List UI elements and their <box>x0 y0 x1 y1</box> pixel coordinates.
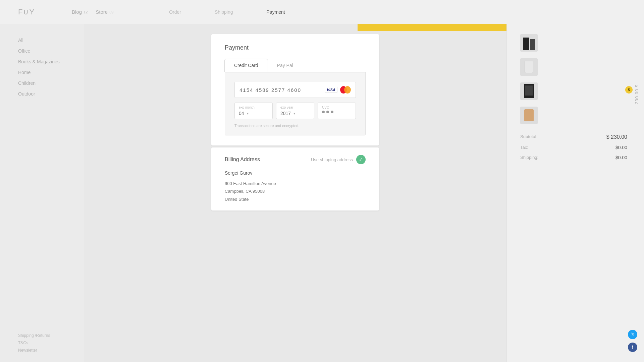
blog-nav-link[interactable]: Blog 12 <box>72 9 88 15</box>
footer-newsletter[interactable]: Newsletter <box>18 348 69 353</box>
tax-row: Tax: $0.00 <box>520 145 627 150</box>
cvc-dot-2 <box>326 111 329 113</box>
tax-label: Tax: <box>520 145 528 150</box>
billing-country: United State <box>225 195 366 203</box>
main-content: Payment Credit Card Pay Pal VISA <box>84 24 506 362</box>
card-logos: VISA <box>325 86 351 94</box>
exp-year-field[interactable]: exp year 2017 ▾ <box>276 103 314 119</box>
billing-card: Billing Address Use shipping address ✓ S… <box>211 147 379 210</box>
card-fields-row: exp month 04 ▾ exp year 2017 ▾ <box>234 103 356 119</box>
checkout-steps: Order Shipping Payment <box>168 0 286 24</box>
social-icons: 𝕏 f <box>628 330 637 352</box>
billing-city: Campbell, CA 95008 <box>225 187 366 195</box>
store-count: 69 <box>109 10 113 14</box>
toggle-label: Use shipping address <box>311 157 353 162</box>
cart-badge-area: 5 <box>625 86 633 94</box>
cvc-dots <box>322 111 333 113</box>
cvc-dot-3 <box>331 111 333 113</box>
vertical-total: 230.00 $ <box>634 84 639 104</box>
product-img-rect1 <box>523 38 529 50</box>
billing-name: Sergei Gurov <box>225 170 366 176</box>
cart-item-4 <box>520 107 627 124</box>
store-nav-link[interactable]: Store 69 <box>96 9 113 15</box>
twitter-icon[interactable]: 𝕏 <box>628 330 637 339</box>
card-number-input[interactable] <box>239 87 325 93</box>
subtotal-value: $ 230.00 <box>606 134 627 140</box>
cvc-label: CVC <box>322 106 352 109</box>
card-number-row: VISA <box>234 82 356 98</box>
cvc-value-row <box>322 111 352 113</box>
product-img-book <box>524 84 534 98</box>
logo-text: F∪Y <box>18 8 35 16</box>
sidebar-item-outdoor[interactable]: Outdoor <box>18 91 66 97</box>
cart-sidebar: 5 Subtotal: $ 230.00 Tax: $0.00 Shipping… <box>506 24 644 362</box>
secure-text: Transactions are secure and encrypted. <box>234 124 356 128</box>
exp-month-value: 04 <box>239 111 244 116</box>
blog-label: Blog <box>72 9 82 15</box>
cart-item-image-2 <box>520 58 538 76</box>
cart-item-image-3 <box>520 82 538 100</box>
mc-right <box>344 86 351 94</box>
exp-year-label: exp year <box>280 106 310 109</box>
billing-address: 900 East Hamilton Avenue Campbell, CA 95… <box>225 180 366 203</box>
sidebar-item-all[interactable]: All <box>18 38 66 43</box>
step-payment[interactable]: Payment <box>267 9 285 15</box>
logo[interactable]: F∪Y <box>18 8 58 16</box>
sidebar: All Office Books & Magazines Home Childr… <box>0 24 84 362</box>
store-label: Store <box>96 9 108 15</box>
payment-tabs: Credit Card Pay Pal <box>225 59 366 72</box>
shipping-row: Shipping: $0.00 <box>520 155 627 160</box>
step-shipping[interactable]: Shipping <box>215 9 233 15</box>
shipping-label: Shipping: <box>520 155 538 160</box>
product-img-rect2 <box>530 39 535 50</box>
payment-card: Payment Credit Card Pay Pal VISA <box>211 34 379 145</box>
tab-credit-card[interactable]: Credit Card <box>225 59 268 72</box>
blog-count: 12 <box>84 10 88 14</box>
exp-month-chevron: ▾ <box>247 112 249 115</box>
exp-month-label: exp month <box>239 106 268 109</box>
use-shipping-toggle[interactable]: ✓ <box>356 155 366 164</box>
credit-card-form: VISA exp month 04 ▾ <box>225 72 366 135</box>
product-img-mug <box>524 109 534 121</box>
footer-tc[interactable]: T&Cs <box>18 341 69 345</box>
billing-toggle: Use shipping address ✓ <box>311 155 366 164</box>
cvc-dot-1 <box>322 111 325 113</box>
sidebar-item-office[interactable]: Office <box>18 48 66 54</box>
mastercard-logo <box>340 86 351 94</box>
cart-item-2 <box>520 58 627 76</box>
cart-badge: 5 <box>625 86 633 94</box>
exp-year-chevron: ▾ <box>293 112 295 115</box>
top-nav: F∪Y Blog 12 Store 69 Order Shipping Paym… <box>0 0 644 24</box>
exp-month-value-row: 04 ▾ <box>239 111 268 116</box>
cart-item-image-1 <box>520 34 538 52</box>
billing-header: Billing Address Use shipping address ✓ <box>225 155 366 164</box>
sidebar-item-home[interactable]: Home <box>18 70 66 75</box>
subtotal-row: Subtotal: $ 230.00 <box>520 134 627 140</box>
facebook-icon[interactable]: f <box>628 343 637 352</box>
cart-item-3 <box>520 82 627 100</box>
cart-items <box>520 34 627 124</box>
order-summary: Subtotal: $ 230.00 Tax: $0.00 Shipping: … <box>520 134 627 160</box>
tax-value: $0.00 <box>615 145 627 150</box>
step-order[interactable]: Order <box>169 9 181 15</box>
cvc-field[interactable]: CVC <box>318 103 356 119</box>
exp-year-value: 2017 <box>280 111 291 116</box>
billing-title: Billing Address <box>225 157 260 163</box>
payment-title: Payment <box>225 44 366 51</box>
page-layout: All Office Books & Magazines Home Childr… <box>0 0 644 362</box>
shipping-value: $0.00 <box>615 155 627 160</box>
product-img-figure <box>525 85 533 96</box>
billing-street: 900 East Hamilton Avenue <box>225 180 366 187</box>
nav-links: Blog 12 Store 69 <box>72 9 113 15</box>
footer-shipping-returns[interactable]: Shipping /Returns <box>18 333 69 338</box>
cart-item-1 <box>520 34 627 52</box>
footer: Shipping /Returns T&Cs Newsletter <box>0 326 87 362</box>
cart-item-image-4 <box>520 107 538 124</box>
check-mark: ✓ <box>359 157 363 162</box>
tab-paypal[interactable]: Pay Pal <box>268 59 303 72</box>
sidebar-item-children[interactable]: Children <box>18 80 66 86</box>
exp-month-field[interactable]: exp month 04 ▾ <box>234 103 273 119</box>
sidebar-item-books[interactable]: Books & Magazines <box>18 59 66 64</box>
visa-logo: VISA <box>325 87 337 93</box>
product-img-cup <box>525 61 533 73</box>
